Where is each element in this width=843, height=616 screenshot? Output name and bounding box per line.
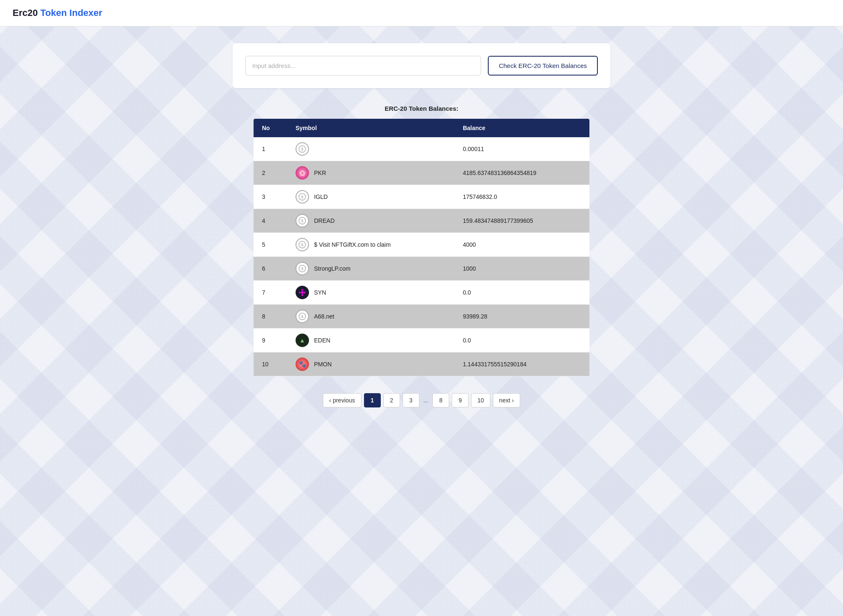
symbol-name: IGLD — [314, 193, 328, 200]
col-no: No — [254, 119, 287, 137]
cell-symbol: $ — [287, 137, 454, 161]
table-row: 5 $ $ Visit NFTGiftX.com to claim 4000 — [254, 233, 589, 257]
syn-icon — [298, 289, 306, 296]
table-row: 8 $ A68.net 93989.28 — [254, 305, 589, 329]
cell-balance: 1000 — [454, 257, 589, 281]
cell-no: 2 — [254, 161, 287, 185]
token-icon: $ — [296, 238, 309, 251]
cell-no: 10 — [254, 352, 287, 376]
token-icon: $ — [296, 214, 309, 227]
symbol-name: SYN — [314, 289, 326, 296]
chevron-left-icon: ‹ — [329, 397, 331, 404]
table-title: ERC-20 Token Balances: — [254, 105, 589, 112]
page-2-button[interactable]: 2 — [383, 393, 400, 407]
table-row: 1 $ 0.00011 — [254, 137, 589, 161]
next-label: next — [499, 397, 510, 404]
app-title-part1: Erc20 — [13, 8, 40, 18]
symbol-name: PMON — [314, 361, 332, 368]
cell-balance: 175746832.0 — [454, 185, 589, 209]
table-row: 4 $ DREAD 159.483474889177399605 — [254, 209, 589, 233]
col-balance: Balance — [454, 119, 589, 137]
cell-symbol: $ DREAD — [287, 209, 454, 233]
table-row: 2 🌸 PKR 4185.637483136864354819 — [254, 161, 589, 185]
app-title-part2: Token Indexer — [40, 8, 102, 18]
coin-icon: $ — [298, 217, 306, 224]
cell-symbol: 🐾 PMON — [287, 352, 454, 376]
cell-balance: 93989.28 — [454, 305, 589, 329]
token-icon — [296, 286, 309, 299]
svg-text:$: $ — [301, 243, 304, 247]
cell-balance: 0.00011 — [454, 137, 589, 161]
cell-no: 6 — [254, 257, 287, 281]
coin-icon: $ — [298, 265, 306, 272]
check-balances-button[interactable]: Check ERC-20 Token Balances — [488, 56, 598, 76]
cell-symbol: 🌸 PKR — [287, 161, 454, 185]
svg-point-13 — [299, 292, 301, 293]
prev-button[interactable]: ‹ previous — [323, 393, 361, 407]
token-icon: $ — [296, 310, 309, 323]
cell-no: 9 — [254, 329, 287, 352]
cell-symbol: $ StrongLP.com — [287, 257, 454, 281]
page-8-button[interactable]: 8 — [432, 393, 449, 407]
table-row: 10 🐾 PMON 1.144331755515290184 — [254, 352, 589, 376]
table-row: 3 $ IGLD 175746832.0 — [254, 185, 589, 209]
token-table: No Symbol Balance 1 $ 0.00011 — [254, 119, 589, 376]
token-icon: 🐾 — [296, 358, 309, 371]
svg-text:$: $ — [301, 195, 304, 199]
table-row: 6 $ StrongLP.com 1000 — [254, 257, 589, 281]
table-row: 9 ▲ EDEN 0.0 — [254, 329, 589, 352]
token-icon: $ — [296, 262, 309, 275]
svg-point-10 — [301, 291, 304, 294]
svg-text:$: $ — [301, 314, 304, 319]
app-title: Erc20 Token Indexer — [13, 8, 830, 18]
cell-no: 8 — [254, 305, 287, 329]
svg-text:$: $ — [301, 219, 304, 223]
search-row: Check ERC-20 Token Balances — [245, 56, 598, 76]
page-10-button[interactable]: 10 — [471, 393, 490, 407]
page-3-button[interactable]: 3 — [403, 393, 419, 407]
prev-label: previous — [333, 397, 355, 404]
token-icon: $ — [296, 142, 309, 156]
svg-point-14 — [304, 292, 306, 293]
token-icon: $ — [296, 190, 309, 204]
cell-symbol: SYN — [287, 281, 454, 305]
symbol-name: DREAD — [314, 217, 335, 224]
cell-balance: 4000 — [454, 233, 589, 257]
page-9-button[interactable]: 9 — [452, 393, 469, 407]
symbol-name: EDEN — [314, 337, 330, 344]
token-icon: 🌸 — [296, 166, 309, 180]
cell-balance: 1.144331755515290184 — [454, 352, 589, 376]
table-header-row: No Symbol Balance — [254, 119, 589, 137]
cell-symbol: $ A68.net — [287, 305, 454, 329]
svg-text:$: $ — [301, 147, 304, 151]
cell-balance: 159.483474889177399605 — [454, 209, 589, 233]
cell-no: 1 — [254, 137, 287, 161]
cell-symbol: $ IGLD — [287, 185, 454, 209]
symbol-name: $ Visit NFTGiftX.com to claim — [314, 241, 391, 248]
svg-point-11 — [301, 289, 303, 291]
address-input[interactable] — [245, 56, 481, 76]
cell-symbol: $ $ Visit NFTGiftX.com to claim — [287, 233, 454, 257]
cell-balance: 0.0 — [454, 329, 589, 352]
table-row: 7 SYN 0.0 — [254, 281, 589, 305]
next-button[interactable]: next › — [493, 393, 520, 407]
cell-balance: 4185.637483136864354819 — [454, 161, 589, 185]
coin-icon: $ — [298, 193, 306, 201]
pagination: ‹ previous 1 2 3 ... 8 9 10 next › — [178, 393, 665, 407]
cell-no: 7 — [254, 281, 287, 305]
svg-text:$: $ — [301, 266, 304, 271]
symbol-name: A68.net — [314, 313, 334, 320]
coin-icon: $ — [298, 241, 306, 248]
symbol-name: PKR — [314, 170, 326, 176]
page-1-button[interactable]: 1 — [364, 393, 381, 407]
svg-point-12 — [301, 294, 303, 296]
pagination-dots: ... — [422, 394, 430, 407]
cell-balance: 0.0 — [454, 281, 589, 305]
coin-icon: $ — [298, 145, 306, 153]
cell-no: 5 — [254, 233, 287, 257]
cell-symbol: ▲ EDEN — [287, 329, 454, 352]
cell-no: 3 — [254, 185, 287, 209]
col-symbol: Symbol — [287, 119, 454, 137]
table-section: ERC-20 Token Balances: No Symbol Balance… — [254, 105, 589, 376]
chevron-right-icon: › — [512, 397, 514, 404]
